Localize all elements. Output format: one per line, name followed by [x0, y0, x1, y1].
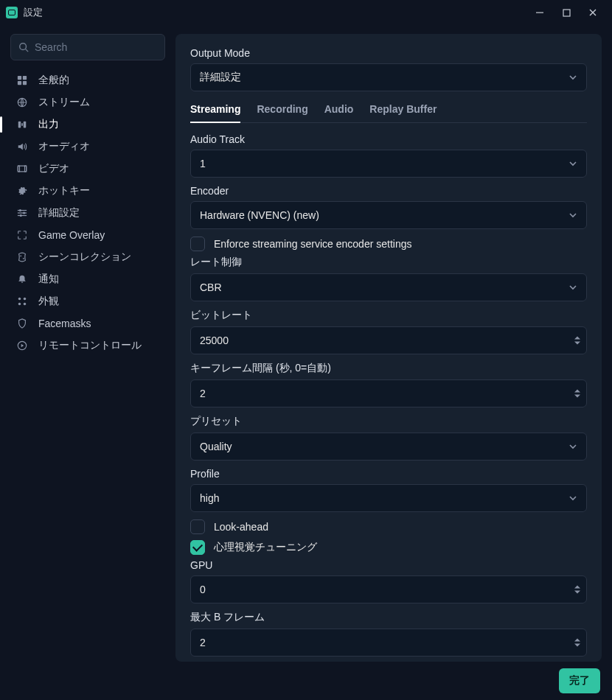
globe-icon — [16, 97, 28, 108]
play-icon — [16, 340, 28, 351]
svg-point-22 — [18, 298, 21, 301]
sidebar-item-7[interactable]: Game Overlay — [10, 224, 165, 246]
svg-rect-10 — [24, 122, 27, 128]
svg-rect-0 — [536, 13, 543, 13]
search-input[interactable] — [35, 41, 164, 53]
gpu-spinner[interactable] — [574, 586, 580, 594]
chevron-down-icon — [568, 73, 577, 82]
sidebar-item-label: ビデオ — [38, 162, 69, 175]
app-icon — [6, 7, 18, 18]
bitrate-spinner[interactable] — [574, 337, 580, 345]
sidebar-item-5[interactable]: ホットキー — [10, 180, 165, 202]
sidebar-item-12[interactable]: リモートコントロール — [10, 335, 165, 357]
sidebar-item-label: ストリーム — [38, 96, 90, 109]
preset-select[interactable]: Quality — [190, 433, 587, 461]
sidebar-item-2[interactable]: 出力 — [10, 113, 165, 136]
sidebar-item-9[interactable]: 通知 — [10, 268, 165, 290]
sidebar-item-label: シーンコレクション — [38, 251, 131, 264]
sidebar-item-3[interactable]: オーディオ — [10, 136, 165, 158]
sidebar-item-label: ホットキー — [38, 184, 90, 197]
output-icon — [16, 119, 28, 130]
sidebar-item-label: 出力 — [38, 118, 59, 131]
close-button[interactable] — [580, 2, 606, 23]
sidebar-item-label: オーディオ — [38, 140, 90, 153]
bell-icon — [16, 274, 28, 284]
shield-icon — [16, 318, 28, 329]
svg-point-21 — [23, 258, 24, 259]
audio-track-label: Audio Track — [190, 133, 587, 145]
psycho-row: 心理視覚チューニング — [190, 540, 587, 555]
sidebar-item-4[interactable]: ビデオ — [10, 158, 165, 180]
encoder-select[interactable]: Hardware (NVENC) (new) — [190, 201, 587, 229]
output-mode-value: 詳細設定 — [200, 71, 241, 84]
psycho-checkbox[interactable] — [190, 540, 205, 555]
tab-audio[interactable]: Audio — [324, 103, 354, 122]
sidebar-item-11[interactable]: Facemasks — [10, 312, 165, 335]
maximize-button[interactable] — [553, 2, 580, 23]
tabs: StreamingRecordingAudioReplay Buffer — [190, 103, 587, 123]
rate-control-label: レート制御 — [190, 256, 587, 269]
preset-value: Quality — [200, 441, 232, 452]
sliders-icon — [16, 208, 28, 218]
enforce-row: Enforce streaming service encoder settin… — [190, 237, 587, 251]
chevron-down-icon — [568, 283, 577, 292]
svg-rect-8 — [18, 122, 21, 128]
search-box[interactable] — [10, 34, 165, 60]
sidebar-item-8[interactable]: シーンコレクション — [10, 246, 165, 268]
keyframe-value: 2 — [200, 388, 206, 399]
svg-rect-15 — [18, 210, 27, 211]
audio-icon — [16, 141, 28, 152]
enforce-checkbox[interactable] — [190, 237, 205, 251]
chevron-down-icon — [568, 494, 577, 503]
chevron-down-icon — [568, 211, 577, 220]
main-panel: Output Mode 詳細設定 StreamingRecordingAudio… — [175, 34, 602, 662]
svg-rect-13 — [25, 166, 27, 172]
tab-recording[interactable]: Recording — [257, 103, 307, 122]
sidebar-item-10[interactable]: 外観 — [10, 290, 165, 312]
svg-rect-9 — [21, 123, 23, 126]
svg-rect-17 — [18, 212, 27, 213]
audio-track-select[interactable]: 1 — [190, 150, 587, 178]
svg-point-20 — [20, 255, 21, 256]
psycho-label: 心理視覚チューニング — [214, 541, 317, 554]
sidebar-item-6[interactable]: 詳細設定 — [10, 202, 165, 224]
svg-rect-3 — [18, 76, 21, 80]
sidebar-item-label: Facemasks — [38, 318, 91, 329]
gpu-input[interactable]: 0 — [190, 575, 587, 603]
profile-select[interactable]: high — [190, 484, 587, 512]
lookahead-checkbox[interactable] — [190, 519, 205, 534]
sidebar-item-label: 詳細設定 — [38, 206, 80, 220]
gpu-label: GPU — [190, 559, 587, 571]
sidebar-item-label: 外観 — [38, 295, 59, 308]
collection-icon — [16, 252, 28, 262]
tab-replay-buffer[interactable]: Replay Buffer — [369, 103, 437, 122]
svg-point-2 — [20, 43, 27, 50]
sidebar: 全般的ストリーム出力オーディオビデオホットキー詳細設定Game Overlayシ… — [10, 34, 165, 662]
output-mode-select[interactable]: 詳細設定 — [190, 63, 587, 91]
overlay-icon — [16, 230, 28, 240]
appearance-icon — [16, 296, 28, 307]
bframes-spinner[interactable] — [574, 639, 580, 647]
profile-value: high — [200, 492, 219, 504]
svg-rect-19 — [18, 215, 27, 216]
svg-point-23 — [24, 298, 27, 301]
preset-label: プリセット — [190, 415, 587, 428]
tab-streaming[interactable]: Streaming — [190, 103, 240, 122]
rate-control-select[interactable]: CBR — [190, 273, 587, 301]
done-button[interactable]: 完了 — [559, 668, 600, 693]
sidebar-item-0[interactable]: 全般的 — [10, 69, 165, 91]
lookahead-row: Look-ahead — [190, 519, 587, 534]
chevron-down-icon — [568, 159, 577, 168]
gear-icon — [16, 186, 28, 196]
sidebar-item-label: Game Overlay — [38, 229, 105, 241]
bframes-input[interactable]: 2 — [190, 629, 587, 657]
enforce-label: Enforce streaming service encoder settin… — [214, 238, 411, 250]
sidebar-item-1[interactable]: ストリーム — [10, 91, 165, 113]
minimize-button[interactable] — [526, 2, 553, 23]
keyframe-input[interactable]: 2 — [190, 379, 587, 407]
keyframe-spinner[interactable] — [574, 390, 580, 398]
sidebar-item-label: 全般的 — [38, 74, 69, 87]
bitrate-input[interactable]: 25000 — [190, 326, 587, 354]
window-title: 設定 — [24, 6, 43, 19]
encoder-label: Encoder — [190, 185, 587, 197]
